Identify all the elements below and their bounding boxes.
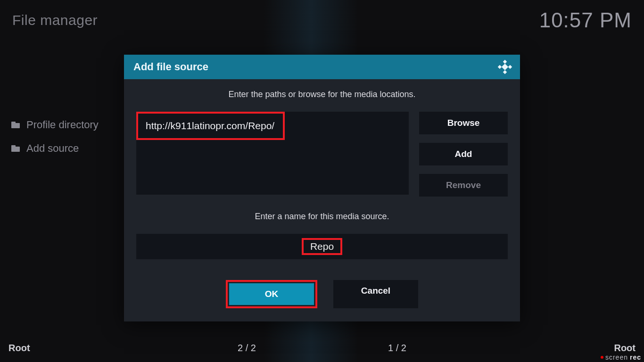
- sidebar: Profile directory Add source: [9, 113, 118, 160]
- name-input-value: Repo: [306, 241, 338, 252]
- pager-right: 1 / 2: [388, 343, 406, 354]
- svg-rect-0: [503, 60, 507, 64]
- folder-icon: [11, 145, 20, 152]
- highlight-path: http://k911latinopr.com/Repo/: [136, 112, 285, 140]
- paths-instruction: Enter the paths or browse for the media …: [136, 90, 508, 99]
- name-section: Enter a name for this media source. Repo: [136, 212, 508, 259]
- sidebar-item-profile-directory[interactable]: Profile directory: [9, 113, 118, 137]
- dialog-actions: OK Cancel: [136, 280, 508, 308]
- highlight-name: Repo: [302, 238, 342, 255]
- sidebar-item-label: Add source: [26, 142, 79, 155]
- path-list[interactable]: http://k911latinopr.com/Repo/: [136, 112, 409, 195]
- sidebar-item-add-source[interactable]: Add source: [9, 137, 118, 160]
- svg-rect-4: [502, 64, 508, 70]
- footer: Root 2 / 2 1 / 2 Root: [8, 343, 636, 354]
- side-buttons: Browse Add Remove: [419, 112, 508, 197]
- dialog-title: Add file source: [133, 61, 208, 73]
- pager-left: 2 / 2: [238, 343, 256, 354]
- add-button[interactable]: Add: [419, 143, 508, 165]
- record-dot-icon: [601, 356, 603, 359]
- footer-pager: 2 / 2 1 / 2: [8, 343, 636, 354]
- dialog-titlebar: Add file source: [124, 55, 520, 79]
- footer-left-root: Root: [8, 343, 30, 354]
- kodi-logo-icon: [497, 59, 512, 74]
- name-input[interactable]: Repo: [136, 234, 508, 259]
- watermark-text-2: rec: [630, 354, 641, 361]
- footer-right-root: Root: [614, 343, 636, 354]
- svg-rect-1: [503, 70, 507, 74]
- clock: 10:57 PM: [539, 8, 632, 32]
- dialog-body: Enter the paths or browse for the media …: [124, 79, 520, 321]
- browse-button[interactable]: Browse: [419, 112, 508, 134]
- screenrec-watermark: screenrec: [601, 354, 641, 361]
- sidebar-item-label: Profile directory: [26, 119, 99, 131]
- page-title: File manager: [12, 12, 98, 28]
- path-input[interactable]: http://k911latinopr.com/Repo/: [138, 114, 282, 138]
- cancel-button[interactable]: Cancel: [333, 280, 418, 308]
- folder-icon: [11, 122, 20, 128]
- svg-rect-2: [498, 65, 502, 69]
- paths-row: http://k911latinopr.com/Repo/ Browse Add…: [136, 112, 508, 197]
- remove-button: Remove: [419, 174, 508, 197]
- highlight-ok: OK: [226, 280, 317, 308]
- watermark-text-1: screen: [605, 354, 628, 361]
- ok-button[interactable]: OK: [229, 283, 314, 305]
- add-file-source-dialog: Add file source Enter the paths or brows…: [124, 55, 520, 321]
- name-instruction: Enter a name for this media source.: [136, 212, 508, 222]
- top-bar: File manager 10:57 PM: [12, 8, 632, 32]
- svg-rect-3: [508, 65, 512, 69]
